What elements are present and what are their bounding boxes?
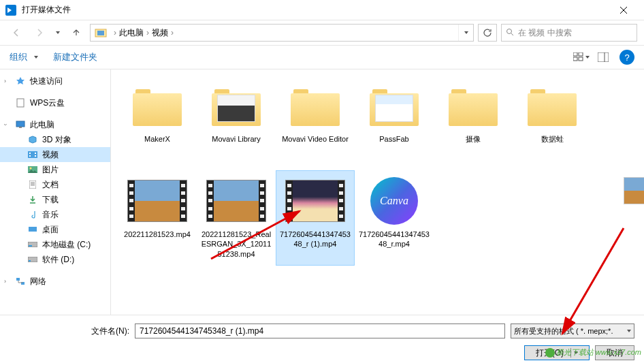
caret-down-icon <box>34 56 38 59</box>
drive-icon <box>27 239 38 250</box>
folder-icon <box>133 85 182 126</box>
close-button[interactable] <box>608 1 639 20</box>
sidebar-this-pc[interactable]: ›此电脑 <box>0 117 110 132</box>
sidebar-documents[interactable]: 文档 <box>0 177 110 192</box>
breadcrumb-dropdown[interactable] <box>458 25 473 41</box>
sidebar-desktop[interactable]: 桌面 <box>0 222 110 237</box>
sidebar: ›快速访问 WPS云盘 ›此电脑 3D 对象 视频 图片 文档 下载 音乐 桌面… <box>0 69 111 315</box>
folder-item[interactable]: 摄像 <box>434 75 513 170</box>
download-icon <box>27 194 38 205</box>
svg-rect-27 <box>29 227 37 232</box>
nav-up-button[interactable] <box>67 23 86 42</box>
video-item[interactable]: 202211281523.mp4 <box>118 170 197 266</box>
organize-button[interactable]: 组织 <box>10 51 38 63</box>
sidebar-drive-c[interactable]: 本地磁盘 (C:) <box>0 237 110 252</box>
folder-item[interactable]: MakerX <box>118 75 197 170</box>
folder-item[interactable]: PassFab <box>355 75 434 170</box>
breadcrumb-root[interactable]: 此电脑 <box>119 27 144 39</box>
video-item[interactable]: Canva7172604544134745348_r.mp4 <box>355 170 434 266</box>
arrow-right-icon <box>35 28 44 37</box>
document-icon <box>27 179 38 190</box>
watermark: 极光下载站 www.xz7.com <box>545 347 641 358</box>
svg-rect-18 <box>35 153 36 154</box>
caret-down-icon <box>56 31 60 34</box>
folder-item[interactable]: Movavi Library <box>197 75 276 170</box>
chevron-down-icon: › <box>2 124 9 126</box>
dialog-toolbar: 组织 新建文件夹 ? <box>0 45 644 69</box>
video-item-selected[interactable]: 7172604544134745348_r (1).mp4 <box>276 170 355 266</box>
chevron-right-icon: › <box>4 278 6 285</box>
search-icon <box>506 28 514 38</box>
filename-label: 文件名(N): <box>91 326 129 337</box>
breadcrumb[interactable]: › 此电脑 › 视频 › <box>90 24 474 42</box>
preview-pane-button[interactable] <box>594 48 613 66</box>
file-list[interactable]: MakerX Movavi Library Movavi Video Edito… <box>111 69 644 315</box>
nav-back-button[interactable] <box>7 23 26 42</box>
canva-icon: Canva <box>370 177 418 225</box>
sidebar-videos[interactable]: 视频 <box>0 147 110 162</box>
sidebar-network[interactable]: ›网络 <box>0 274 110 289</box>
cube-icon <box>27 134 38 145</box>
svg-rect-22 <box>29 180 36 189</box>
chevron-right-icon: › <box>111 28 119 37</box>
svg-rect-9 <box>579 57 583 61</box>
sidebar-pictures[interactable]: 图片 <box>0 162 110 177</box>
nav-history-dropdown[interactable] <box>53 31 63 34</box>
picture-icon <box>27 164 38 175</box>
sidebar-downloads[interactable]: 下载 <box>0 192 110 207</box>
network-icon <box>15 276 26 287</box>
chevron-right-icon: › <box>168 28 176 37</box>
breadcrumb-current[interactable]: 视频 <box>152 27 168 39</box>
title-bar: 打开媒体文件 <box>0 0 644 20</box>
sidebar-drive-d[interactable]: 软件 (D:) <box>0 252 110 267</box>
file-filter-select[interactable]: 所有受支持的格式 ( *. mepx;*. <box>511 323 634 338</box>
video-icon <box>27 149 38 160</box>
caret-down-icon <box>464 31 468 34</box>
nav-forward-button[interactable] <box>30 23 49 42</box>
chevron-right-icon: › <box>144 28 152 37</box>
star-icon <box>15 76 26 86</box>
folder-icon <box>449 85 498 126</box>
desktop-icon <box>27 224 38 235</box>
caret-down-icon <box>627 330 631 332</box>
video-thumbnail-icon <box>206 180 266 222</box>
svg-rect-3 <box>97 31 104 35</box>
preview-icon <box>598 52 609 62</box>
thumbnails-icon <box>573 52 584 62</box>
svg-rect-10 <box>598 52 609 62</box>
svg-rect-6 <box>573 52 577 56</box>
folder-item[interactable]: Movavi Video Editor <box>276 75 355 170</box>
new-folder-button[interactable]: 新建文件夹 <box>53 51 97 63</box>
refresh-button[interactable] <box>478 24 497 42</box>
preview-thumbnail <box>624 177 644 204</box>
view-mode-button[interactable] <box>572 48 591 66</box>
help-button[interactable]: ? <box>619 50 634 65</box>
svg-point-21 <box>30 168 32 170</box>
svg-rect-31 <box>29 260 31 262</box>
video-thumbnail-icon <box>285 180 345 222</box>
svg-rect-32 <box>16 278 20 281</box>
arrow-up-icon <box>71 28 81 37</box>
app-icon <box>5 5 16 16</box>
arrow-left-icon <box>12 28 21 37</box>
folder-item[interactable]: 数据蛙 <box>513 75 592 170</box>
video-thumbnail-icon <box>127 180 187 222</box>
close-icon <box>620 7 627 14</box>
video-item[interactable]: 202211281523_RealESRGAN_3X_1201151238.mp… <box>197 170 276 266</box>
svg-rect-14 <box>19 127 22 128</box>
sidebar-quick-access[interactable]: ›快速访问 <box>0 74 110 89</box>
folder-icon <box>528 85 577 126</box>
folder-icon <box>95 27 107 38</box>
sidebar-wps-cloud[interactable]: WPS云盘 <box>0 95 110 110</box>
drive-icon <box>27 254 38 265</box>
folder-icon <box>212 85 261 126</box>
window-title: 打开媒体文件 <box>22 4 608 16</box>
search-input[interactable]: 在 视频 中搜索 <box>501 24 637 42</box>
sidebar-3d-objects[interactable]: 3D 对象 <box>0 132 110 147</box>
logo-icon <box>545 348 555 358</box>
filename-input[interactable] <box>135 323 505 338</box>
folder-icon <box>370 85 419 126</box>
address-bar: › 此电脑 › 视频 › 在 视频 中搜索 <box>0 20 644 45</box>
sidebar-music[interactable]: 音乐 <box>0 207 110 222</box>
document-icon <box>15 97 26 108</box>
